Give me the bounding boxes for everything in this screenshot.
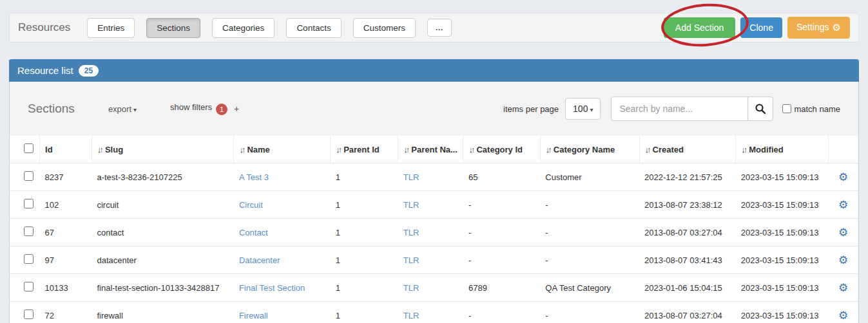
section-name-link[interactable]: Circuit (239, 200, 263, 210)
parent-name-link[interactable]: TLR (403, 172, 420, 182)
row-checkbox[interactable] (24, 199, 34, 208)
cell-created: 2022-12-12 21:57:25 (639, 163, 736, 191)
list-toolbar: Sections export▾ show filters1 + items p… (10, 82, 858, 136)
column-label: Parent Na... (411, 145, 458, 154)
items-per-page-dropdown[interactable]: 100▾ (565, 98, 601, 120)
cell-modified: 2023-03-15 15:09:13 (736, 191, 829, 219)
cell-category-name: Customer (540, 163, 639, 191)
row-checkbox[interactable] (24, 171, 34, 181)
sort-icon[interactable]: ↓↑ (336, 145, 340, 154)
search-button[interactable] (747, 97, 773, 121)
tab-entries[interactable]: Entries (87, 18, 135, 38)
table-row: 67 contact Contact 1 TLR - - 2013-08-07 … (10, 219, 858, 246)
column-header-name[interactable]: ↓↑Name (234, 136, 331, 163)
page-title: Resources (18, 21, 70, 34)
column-header-modified[interactable]: ↓↑Modified (736, 136, 829, 163)
section-name-link[interactable]: Datacenter (239, 255, 280, 265)
row-checkbox[interactable] (24, 309, 34, 319)
sort-icon[interactable]: ↓↑ (546, 145, 550, 154)
more-tabs-button[interactable]: ... (427, 19, 452, 37)
export-label: export (108, 104, 131, 114)
column-header-parent-id[interactable]: ↓↑Parent Id (331, 136, 398, 163)
sort-icon[interactable]: ↓↑ (741, 145, 746, 154)
panel-header: Resource list 25 (9, 59, 859, 82)
row-settings-gear-icon[interactable]: ⚙ (838, 282, 848, 294)
settings-button[interactable]: Settings⚙ (787, 17, 850, 39)
cell-id: 8237 (40, 163, 92, 191)
show-filters-label: show filters (170, 102, 212, 112)
cell-category-name: QA Test Category (540, 274, 639, 302)
cell-category-id: 65 (463, 163, 540, 191)
cell-slug: a-test-3-8236-2107225 (92, 163, 234, 191)
add-section-button[interactable]: Add Section (664, 17, 736, 38)
section-name-link[interactable]: Firewall (239, 311, 268, 320)
row-settings-gear-icon[interactable]: ⚙ (838, 199, 848, 211)
cell-id: 67 (40, 219, 92, 246)
sort-icon[interactable]: ↓↑ (403, 145, 408, 154)
export-dropdown[interactable]: export▾ (108, 104, 137, 114)
cell-id: 97 (40, 246, 92, 274)
row-checkbox[interactable] (24, 226, 34, 236)
column-header-id: Id (40, 136, 92, 163)
cell-id: 10133 (40, 274, 92, 302)
column-header-category-name[interactable]: ↓↑Category Name (540, 136, 639, 163)
tab-categories[interactable]: Categories (212, 18, 275, 38)
parent-name-link[interactable]: TLR (403, 283, 420, 293)
cell-parent-id: 1 (331, 246, 398, 274)
parent-name-link[interactable]: TLR (403, 255, 420, 265)
column-header-created[interactable]: ↓↑Created (639, 136, 736, 163)
select-all-checkbox[interactable] (24, 143, 34, 153)
row-settings-gear-icon[interactable]: ⚙ (838, 226, 848, 239)
row-checkbox[interactable] (24, 282, 34, 291)
filters-count-badge: 1 (216, 104, 227, 115)
search-input[interactable] (611, 97, 747, 121)
column-label: Slug (105, 145, 123, 154)
match-name-checkbox[interactable] (782, 104, 791, 113)
table-row: 97 datacenter Datacenter 1 TLR - - 2013-… (10, 246, 858, 274)
table-header-row: Id ↓↑Slug ↓↑Name ↓↑Parent Id ↓↑Parent Na… (10, 136, 858, 163)
column-header-slug[interactable]: ↓↑Slug (92, 136, 234, 163)
sort-icon[interactable]: ↓↑ (645, 145, 650, 154)
column-label: Id (45, 145, 53, 154)
sort-icon[interactable]: ↓↑ (97, 145, 102, 154)
column-label: Created (653, 145, 684, 154)
show-filters-link[interactable]: show filters1 (170, 102, 227, 115)
cell-created: 2013-08-07 03:27:04 (639, 219, 736, 246)
cell-parent-id: 1 (331, 191, 398, 219)
match-name-label: match name (794, 104, 840, 114)
cell-modified: 2023-03-15 15:09:13 (736, 219, 829, 246)
cell-parent-id: 1 (331, 274, 398, 302)
clone-button[interactable]: Clone (740, 17, 782, 38)
column-label: Category Name (554, 145, 615, 154)
cell-parent-id: 1 (331, 163, 398, 191)
row-settings-gear-icon[interactable]: ⚙ (838, 171, 848, 183)
parent-name-link[interactable]: TLR (403, 200, 420, 210)
tab-contacts[interactable]: Contacts (286, 18, 341, 38)
cell-created: 2023-01-06 15:04:15 (639, 274, 736, 302)
section-name-link[interactable]: Final Test Section (239, 283, 305, 293)
cell-parent-id: 1 (331, 302, 398, 323)
column-header-parent-name[interactable]: ↓↑Parent Na... (398, 136, 463, 163)
parent-name-link[interactable]: TLR (403, 228, 420, 237)
sort-icon[interactable]: ↓↑ (239, 145, 244, 154)
section-name-link[interactable]: A Test 3 (239, 172, 269, 182)
panel-title: Resource list (17, 65, 73, 76)
column-label: Modified (749, 145, 783, 154)
parent-name-link[interactable]: TLR (403, 311, 420, 320)
section-title: Sections (28, 102, 75, 116)
cell-category-name: - (540, 302, 639, 323)
row-settings-gear-icon[interactable]: ⚙ (838, 309, 848, 322)
column-header-category-id[interactable]: ↓↑Category Id (463, 136, 540, 163)
tab-customers[interactable]: Customers (353, 18, 416, 38)
cell-slug: firewall (92, 302, 234, 323)
row-settings-gear-icon[interactable]: ⚙ (838, 254, 848, 266)
sections-table: Id ↓↑Slug ↓↑Name ↓↑Parent Id ↓↑Parent Na… (10, 136, 858, 323)
section-name-link[interactable]: Contact (239, 228, 268, 237)
add-filter-link[interactable]: + (234, 104, 239, 114)
cell-created: 2013-08-07 03:41:43 (639, 246, 736, 274)
sort-icon[interactable]: ↓↑ (468, 145, 473, 154)
search-group (611, 97, 773, 121)
tab-sections[interactable]: Sections (146, 18, 200, 38)
chevron-down-icon: ▾ (133, 106, 137, 113)
row-checkbox[interactable] (24, 254, 34, 264)
